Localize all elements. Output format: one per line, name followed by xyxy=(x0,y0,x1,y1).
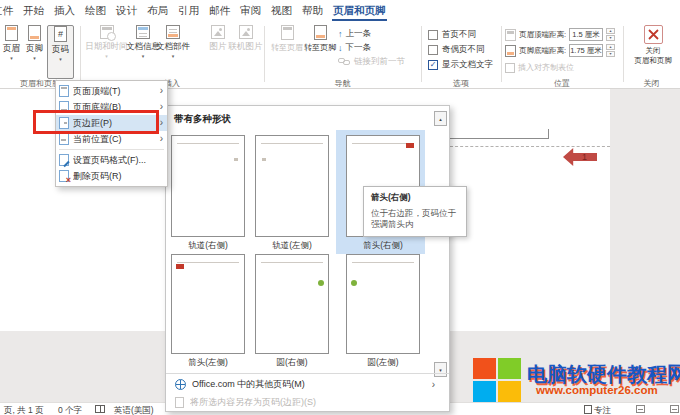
red-arrow-mark xyxy=(176,264,184,269)
alignment-tab-icon xyxy=(505,63,515,73)
scroll-up-button[interactable]: ▴ xyxy=(434,111,447,126)
ribbon: 页眉 ▾ 页脚 ▾ 页码 ▾ 页眉和页脚 日期和时间 ▾ 文档信息 ▾ 文档部件… xyxy=(0,22,680,89)
tab-review[interactable]: 审阅 xyxy=(235,4,266,18)
green-circle-mark xyxy=(318,280,324,286)
previous-button[interactable]: ↑ 上一条 xyxy=(338,27,371,40)
up-arrow-icon: ↑ xyxy=(338,29,343,39)
flag-square-green xyxy=(498,358,521,379)
group-separator xyxy=(80,26,81,82)
tab-references[interactable]: 引用 xyxy=(173,4,204,18)
header-from-top-row: 页眉顶端距离: 1.5 厘米 ▴▾ xyxy=(505,27,615,42)
gallery-item-arrow-left[interactable] xyxy=(171,254,245,354)
menu-item-remove-page-numbers[interactable]: 删除页码(R) xyxy=(56,168,167,184)
footer-button[interactable]: 页脚 ▾ xyxy=(24,25,45,77)
different-odd-even-checkbox[interactable]: 奇偶页不同 xyxy=(428,44,485,56)
save-page-icon xyxy=(175,397,184,408)
focus-icon[interactable] xyxy=(584,405,592,414)
gallery-item-track-right[interactable] xyxy=(171,135,245,237)
header-from-top-stepper[interactable]: ▴▾ xyxy=(606,28,615,41)
tab-help[interactable]: 帮助 xyxy=(297,4,328,18)
menu-separator xyxy=(59,149,164,150)
header-button[interactable]: 页眉 ▾ xyxy=(1,25,22,77)
page-number-button[interactable]: 页码 ▾ xyxy=(47,25,74,79)
footer-from-bottom-stepper[interactable]: ▴▾ xyxy=(606,44,615,57)
footer-from-bottom-row: 页脚底端距离: 1.75 厘米 ▴▾ xyxy=(505,43,615,58)
pictures-icon xyxy=(211,25,225,39)
quick-parts-button[interactable]: 文档部件 ▾ xyxy=(158,25,188,77)
tab-file[interactable]: 文件 xyxy=(0,4,18,18)
ribbon-tab-bar: 文件 开始 插入 绘图 设计 布局 引用 邮件 审阅 视图 帮助 页眉和页脚 xyxy=(0,0,680,22)
gallery-item-label: 箭头(左侧) xyxy=(171,357,245,369)
red-annotation-box xyxy=(33,110,159,134)
tab-home[interactable]: 开始 xyxy=(18,4,49,18)
date-time-button: 日期和时间 ▾ xyxy=(85,25,128,77)
language-status[interactable]: 英语(美国) xyxy=(114,405,154,415)
page-number-value: 1 xyxy=(582,152,587,162)
header-distance-icon xyxy=(505,29,516,41)
gallery-separator xyxy=(166,373,449,374)
show-document-text-checkbox[interactable]: ✓ 显示文档文字 xyxy=(428,59,493,71)
group-label-position: 位置 xyxy=(501,78,623,89)
tab-layout[interactable]: 布局 xyxy=(142,4,173,18)
globe-icon xyxy=(175,379,186,390)
pictures-button: 图片 xyxy=(206,25,230,77)
online-pictures-button: 联机图片 xyxy=(229,25,262,77)
read-mode-icon[interactable] xyxy=(636,405,645,413)
goto-header-icon xyxy=(281,25,294,40)
menu-item-format-page-numbers[interactable]: 设置页码格式(F)... xyxy=(56,152,167,168)
gallery-tooltip: 箭头(右侧) 位于右边距，页码位于强调箭头内 xyxy=(363,186,467,237)
gallery-item-track-left[interactable] xyxy=(255,135,329,237)
save-selection-item: 将所选内容另存为页码(边距)(S) xyxy=(166,394,435,411)
focus-label[interactable]: 专注 xyxy=(594,405,611,415)
page-margins-gallery: 带有多种形状 轨道(右侧) 轨道(左侧) 箭头(右侧) 箭头(左侧) 圆(右侧)… xyxy=(165,105,450,412)
word-count[interactable]: 0 个字 xyxy=(58,405,82,415)
watermark-url: www.computer26.com xyxy=(536,384,658,396)
group-separator xyxy=(623,26,624,82)
watermark-windows-logo xyxy=(473,358,521,402)
tab-header-footer-active[interactable]: 页眉和页脚 xyxy=(328,4,391,18)
current-position-icon xyxy=(59,133,69,145)
group-separator xyxy=(264,26,265,82)
gallery-scrollbar[interactable]: ▴ ▾ xyxy=(434,111,447,377)
scroll-down-button[interactable]: ▾ xyxy=(434,362,447,377)
footer-from-bottom-input[interactable]: 1.75 厘米 xyxy=(569,44,603,57)
gallery-item-label: 轨道(左侧) xyxy=(255,240,329,252)
next-button[interactable]: ↓ 下一条 xyxy=(338,41,371,54)
page-info[interactable]: 页, 共 1 页 xyxy=(4,405,44,415)
goto-footer-button[interactable]: 转至页脚 xyxy=(304,25,336,77)
gallery-section-title: 带有多种形状 xyxy=(174,113,231,126)
gallery-item-circle-right[interactable] xyxy=(255,254,329,354)
group-label-navigation: 导航 xyxy=(264,78,421,89)
menu-item-top-of-page[interactable]: 页面顶端(T) › xyxy=(56,83,167,99)
proofing-icon[interactable] xyxy=(95,405,105,413)
tab-view[interactable]: 视图 xyxy=(266,4,297,18)
gallery-item-circle-left[interactable] xyxy=(346,254,420,354)
different-first-page-checkbox[interactable]: 首页不同 xyxy=(428,29,476,41)
footer-icon xyxy=(28,25,41,41)
tab-draw[interactable]: 绘图 xyxy=(80,4,111,18)
close-header-footer-button[interactable]: 关闭 页眉和页脚 xyxy=(630,25,676,77)
tab-mailings[interactable]: 邮件 xyxy=(204,4,235,18)
header-from-top-input[interactable]: 1.5 厘米 xyxy=(569,28,603,41)
gallery-item-label: 圆(左侧) xyxy=(346,357,420,369)
footer-distance-icon xyxy=(505,45,516,57)
tab-design[interactable]: 设计 xyxy=(111,4,142,18)
group-label-options: 选项 xyxy=(421,78,501,89)
header-icon xyxy=(5,25,18,41)
tab-insert[interactable]: 插入 xyxy=(49,4,80,18)
header-frame-line xyxy=(450,138,548,139)
more-page-numbers-item[interactable]: Office.com 中的其他页码(M) › xyxy=(166,376,435,393)
document-info-icon xyxy=(136,25,150,39)
flag-square-orange xyxy=(473,358,496,379)
submenu-arrow-icon: › xyxy=(160,134,163,144)
document-info-button[interactable]: 文档信息 ▾ xyxy=(128,25,158,77)
page-number-icon xyxy=(54,26,67,42)
quick-parts-icon xyxy=(166,25,180,39)
group-separator xyxy=(421,26,422,82)
insert-alignment-tab-button: 插入对齐制表位 xyxy=(505,60,574,75)
flag-square-blue xyxy=(473,381,496,402)
flag-square-yellow xyxy=(498,381,521,402)
date-time-icon xyxy=(100,25,114,39)
submenu-arrow-icon: › xyxy=(160,118,163,128)
print-layout-icon[interactable] xyxy=(670,405,679,413)
